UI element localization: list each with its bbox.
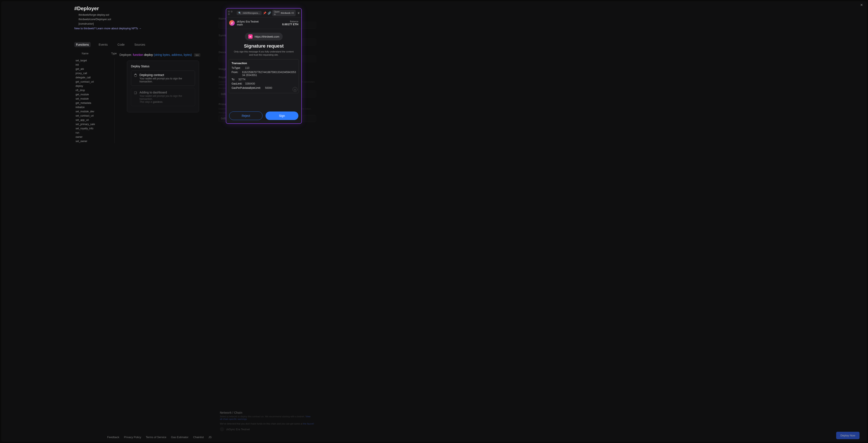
footer: Feedback Privacy Policy Terms of Service… <box>107 436 212 439</box>
deploy-now-button[interactable]: Deploy Now <box>836 432 860 439</box>
transaction-box: Transaction TxType:113 From:616225987077… <box>229 59 299 93</box>
tab-events[interactable]: Events <box>97 42 110 47</box>
open-brand: thirdweb <box>281 12 290 14</box>
site-pill: w https://thirdweb.com <box>245 33 283 40</box>
balance-value: 0.00177 ETH <box>282 23 299 26</box>
avatar[interactable]: Z <box>229 20 235 26</box>
footer-link[interactable]: JS <box>208 436 212 439</box>
footer-link[interactable]: Feedback <box>107 436 119 439</box>
gpd-key: GasPerPubdataByteLimit: <box>231 86 264 89</box>
tab-sources[interactable]: Sources <box>133 42 147 47</box>
search-icon: 🔍 <box>238 12 241 14</box>
list-item[interactable]: set_module <box>74 97 114 101</box>
list-item[interactable]: delegate_call <box>74 76 114 80</box>
list-item[interactable]: set_app_uri <box>74 118 114 122</box>
help-link[interactable]: New to thirdweb? Learn more about deploy… <box>74 27 142 30</box>
step-title: Deploying contract <box>140 73 192 77</box>
site-logo-icon: w <box>248 34 252 39</box>
gas-val: 3260430 <box>245 82 255 85</box>
function-signature: Deployer. function deploy (string bytes,… <box>120 53 200 57</box>
shortcut: ⌘O <box>291 12 294 14</box>
balance-label: Balance <box>282 20 299 23</box>
txn-badge: txn <box>194 53 200 57</box>
signature-title: Signature request <box>226 43 301 49</box>
list-item[interactable]: set_primary_sale <box>74 122 114 126</box>
list-item[interactable]: get_module <box>74 92 114 97</box>
site-url: https://thirdweb.com <box>255 35 279 38</box>
breadcrumb-item[interactable]: [constructor] <box>79 22 111 26</box>
network-desc: Select a network to deploy this contract… <box>220 415 313 420</box>
step-dashboard: Adding to dashboard Your wallet will pro… <box>131 88 195 106</box>
list-item[interactable]: set_royalty_info <box>74 126 114 130</box>
tabs: Functions Events Code Sources <box>74 42 147 47</box>
txtype-key: TxType: <box>231 66 243 69</box>
footer-link[interactable]: Chainlist <box>193 436 204 439</box>
gpd-val: 50000 <box>265 86 272 89</box>
link-icon[interactable]: 🔗 <box>268 11 271 14</box>
to-val: 32774 <box>238 78 245 81</box>
list-item[interactable]: set_module_dev <box>74 109 114 114</box>
step-desc-b: This step is <box>140 100 153 104</box>
wallet-actions: Reject Sign <box>226 108 301 123</box>
network-title: Network / Chain <box>220 411 314 414</box>
list-item[interactable]: deploy <box>74 84 114 88</box>
step-desc-a: Your wallet will prompt you to sign the … <box>140 94 182 100</box>
period: . <box>162 100 163 104</box>
sign-button[interactable]: Sign <box>266 112 299 120</box>
signature-subtitle: Only sign this message if you fully unde… <box>226 50 301 57</box>
network-name: zkSync Era Testnet <box>237 20 259 23</box>
chain-name: zkSync Era Testnet <box>226 428 250 431</box>
col-type: Type <box>111 52 117 55</box>
tab-code[interactable]: Code <box>116 42 126 47</box>
list-item[interactable]: nft_drop <box>74 88 114 92</box>
network-section: Network / Chain Select a network to depl… <box>220 411 314 431</box>
list-item[interactable]: run <box>74 130 114 135</box>
close-icon[interactable]: ✕ <box>860 3 863 7</box>
footer-link[interactable]: Terms of Service <box>146 436 166 439</box>
pin-icon[interactable]: 📌 <box>263 11 266 14</box>
footer-link[interactable]: Gas Estimator <box>171 436 188 439</box>
step-deploying: Deploying contract Your wallet will prom… <box>131 70 195 86</box>
from-key: From: <box>231 71 241 77</box>
breadcrumb-item[interactable]: thirdweb/core/Deployer.sol <box>79 17 111 22</box>
from-val: 6162259870776274418875901334194594335334… <box>242 71 296 77</box>
deployer-label: Deployer. <box>120 53 132 57</box>
list-item[interactable]: proxy_call <box>74 71 114 76</box>
breadcrumb-item[interactable]: thirdweb/forge-deploy.sol <box>79 13 111 17</box>
scroll-down-icon[interactable]: ↓ <box>293 87 297 92</box>
faucet-link[interactable]: the faucet! <box>303 422 314 425</box>
to-key: To: <box>231 78 237 81</box>
wallet-search[interactable]: 🔍 nkbihfbeogaea... <box>237 11 261 15</box>
network-select[interactable]: zkSync Era Testnet <box>220 427 314 431</box>
list-item[interactable]: set_target <box>74 58 114 63</box>
wallet-popup: 🔍 nkbihfbeogaea... 📌 🔗 Open in thirdweb … <box>226 8 302 124</box>
tab-functions[interactable]: Functions <box>74 42 91 47</box>
activity-icon <box>134 91 137 94</box>
func-header: Name Type <box>74 52 117 55</box>
footer-link[interactable]: Privacy Policy <box>124 436 141 439</box>
list-item[interactable]: get_metadata <box>74 101 114 105</box>
wallet-header: Z zkSync Era Testnet main Balance 0.0017… <box>226 18 301 29</box>
deployer-fn: deploy <box>144 53 153 57</box>
txtype-val: 113 <box>245 66 249 69</box>
list-item[interactable]: initialize <box>74 105 114 109</box>
list-item[interactable]: get_abi <box>74 67 114 71</box>
open-in-thirdweb[interactable]: Open in thirdweb ⌘O <box>272 10 296 16</box>
chain-icon <box>220 427 224 431</box>
list-item[interactable]: owner <box>74 135 114 139</box>
account-name: main <box>237 23 259 26</box>
list-item[interactable]: set_contract_uri <box>74 114 114 118</box>
chevron-down-icon[interactable]: ▾ <box>298 12 300 14</box>
list-item[interactable]: set_owner <box>74 139 114 143</box>
function-list: set_target init get_abi proxy_call deleg… <box>74 58 115 143</box>
traffic-lights <box>228 10 235 16</box>
step-title: Adding to dashboard <box>140 91 192 94</box>
list-item[interactable]: get_contract_uri <box>74 80 114 84</box>
reject-button[interactable]: Reject <box>229 112 262 120</box>
deployer-verb: function <box>133 53 143 57</box>
wallet-toolbar: 🔍 nkbihfbeogaea... 📌 🔗 Open in thirdweb … <box>226 8 301 18</box>
gasless: gasless <box>153 100 162 104</box>
modal-title: Deploy Status <box>131 64 195 68</box>
faucet-note: We've detected that you don't have funds… <box>220 422 314 425</box>
list-item[interactable]: init <box>74 63 114 67</box>
